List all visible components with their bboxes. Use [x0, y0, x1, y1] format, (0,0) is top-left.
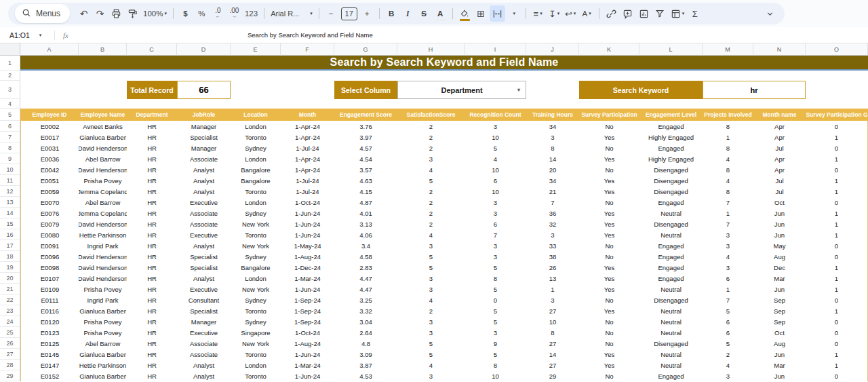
cell[interactable]: London	[231, 273, 281, 284]
cell[interactable]: 1-Sep-24	[281, 305, 334, 316]
column-header-a[interactable]: A	[20, 43, 79, 56]
formula-input[interactable]: Search by Search Keyword and Field Name	[248, 31, 373, 39]
row-number[interactable]: 17	[0, 240, 20, 251]
cell[interactable]: 1	[806, 229, 868, 240]
cell[interactable]: David Henderson	[79, 164, 127, 175]
column-header-j[interactable]: J	[526, 43, 579, 56]
borders-button[interactable]: ⊞	[473, 5, 489, 22]
cell[interactable]: HR	[127, 360, 177, 370]
cell[interactable]: 1-Jul-24	[281, 175, 334, 186]
cell[interactable]: 3	[703, 262, 753, 273]
cell[interactable]: E0098	[20, 262, 79, 273]
cell[interactable]: 3	[465, 208, 526, 218]
cell[interactable]: 36	[526, 208, 579, 218]
cell[interactable]: 0	[806, 251, 868, 262]
cell[interactable]: Associate	[177, 349, 231, 360]
row-number[interactable]: 20	[0, 273, 20, 284]
cell[interactable]: Yes	[579, 305, 639, 316]
cell[interactable]: New York	[231, 338, 281, 349]
cell[interactable]: 3.76	[334, 121, 397, 132]
cell[interactable]: 2	[397, 208, 465, 218]
cell[interactable]: HR	[127, 370, 177, 381]
table-column-header[interactable]: Survey Participation G	[806, 109, 868, 121]
cell[interactable]: 1-Aug-24	[281, 338, 334, 349]
cell[interactable]: Bangalore	[231, 175, 281, 186]
cell[interactable]: 8	[465, 360, 526, 370]
increase-font-size-button[interactable]: +	[359, 5, 375, 22]
cell[interactable]: E0017	[20, 132, 79, 142]
cell[interactable]: 3.04	[334, 316, 397, 327]
table-options-button[interactable]: ▾	[669, 5, 687, 22]
cell[interactable]: No	[579, 370, 639, 381]
insert-link-button[interactable]	[604, 5, 619, 22]
search-keyword-input[interactable]: hr	[703, 81, 806, 99]
cell[interactable]: Sydney	[231, 251, 281, 262]
cell[interactable]: E0051	[20, 175, 79, 186]
cell[interactable]: 3.57	[334, 164, 397, 175]
cell[interactable]: 3.13	[334, 218, 397, 229]
cell[interactable]: No	[579, 197, 639, 208]
cell[interactable]: Disengaged	[639, 294, 703, 305]
row-number[interactable]: 5	[0, 109, 20, 121]
text-wrap-button[interactable]: ↩ ▾	[563, 5, 578, 22]
cell[interactable]: 4.87	[334, 197, 397, 208]
cell[interactable]: Sydney	[231, 294, 281, 305]
cell[interactable]: 1	[806, 153, 868, 164]
cell[interactable]: 0	[806, 164, 868, 175]
cell[interactable]: 5	[703, 338, 753, 349]
cell[interactable]: 3.4	[334, 240, 397, 251]
cell[interactable]: Engaged	[639, 262, 703, 273]
row-number[interactable]: 12	[0, 186, 20, 197]
cell[interactable]: Dec	[753, 262, 806, 273]
cell[interactable]: 5	[465, 305, 526, 316]
print-button[interactable]	[108, 5, 124, 22]
cell[interactable]: 1	[806, 273, 868, 284]
row-number[interactable]: 23	[0, 305, 20, 316]
merge-cells-button[interactable]	[490, 5, 505, 22]
cell[interactable]: 5	[397, 251, 465, 262]
cell[interactable]: 3	[703, 240, 753, 251]
cell[interactable]: Yes	[579, 273, 639, 284]
cell[interactable]: Highly Engaged	[639, 153, 703, 164]
cell[interactable]: 14	[526, 349, 579, 360]
cell[interactable]: 1-Apr-24	[281, 132, 334, 142]
cell[interactable]: Yes	[579, 284, 639, 294]
cell[interactable]: Oct	[753, 197, 806, 208]
cell[interactable]: 5	[397, 175, 465, 186]
cell[interactable]: 5	[397, 262, 465, 273]
cell[interactable]: Yes	[579, 175, 639, 186]
cell[interactable]: 3	[526, 132, 579, 142]
cell[interactable]: 1-Jun-24	[281, 349, 334, 360]
cell[interactable]: 4	[397, 294, 465, 305]
cell[interactable]: Yes	[579, 229, 639, 240]
cell[interactable]: 1	[806, 262, 868, 273]
cell[interactable]: Engaged	[639, 197, 703, 208]
cell[interactable]: E0109	[20, 284, 79, 294]
cell[interactable]: 1	[806, 305, 868, 316]
cell[interactable]: Manager	[177, 121, 231, 132]
cell[interactable]: 3	[397, 240, 465, 251]
table-column-header[interactable]: Month	[281, 109, 334, 121]
more-formats-button[interactable]: 123	[243, 5, 260, 22]
cell[interactable]: Engaged	[639, 142, 703, 153]
select-all-corner[interactable]	[0, 43, 20, 56]
cell[interactable]: 4	[703, 153, 753, 164]
cell[interactable]: 1	[806, 218, 868, 229]
cell[interactable]: Disengaged	[639, 218, 703, 229]
cell[interactable]: HR	[127, 240, 177, 251]
cell[interactable]: Neutral	[639, 327, 703, 338]
cell[interactable]: E0147	[20, 360, 79, 370]
row-number[interactable]: 13	[0, 197, 20, 208]
cell[interactable]: Associate	[177, 153, 231, 164]
cell[interactable]: Apr	[753, 121, 806, 132]
cell[interactable]: Disengaged	[639, 175, 703, 186]
cell[interactable]: 1-Jun-24	[281, 208, 334, 218]
cell[interactable]: 4	[703, 360, 753, 370]
cell[interactable]: 4.47	[334, 284, 397, 294]
cell[interactable]: Neutral	[639, 349, 703, 360]
cell[interactable]: Manager	[177, 142, 231, 153]
cell[interactable]: Consultant	[177, 294, 231, 305]
cell[interactable]: E0111	[20, 294, 79, 305]
cell[interactable]: Ingrid Park	[79, 240, 127, 251]
row-number[interactable]: 10	[0, 164, 20, 175]
